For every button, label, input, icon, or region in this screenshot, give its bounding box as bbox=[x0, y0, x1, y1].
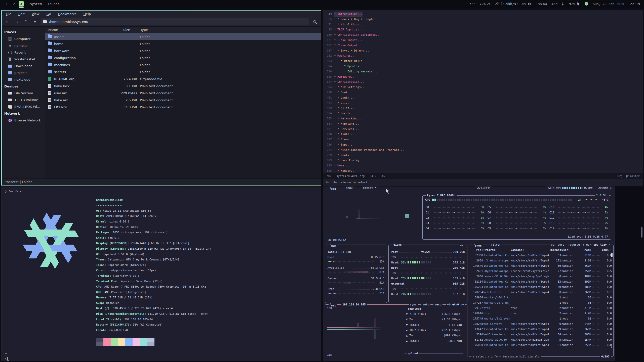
workspace-button[interactable]: 3 bbox=[19, 1, 24, 7]
menu-button[interactable]: menu bbox=[345, 186, 354, 190]
scroll-down-arrow[interactable]: ↓ bbox=[611, 345, 612, 348]
idle-inhibitor[interactable]: zᶻᶻ bbox=[469, 2, 475, 6]
file-row[interactable]: README.org 76,4 KiB Org-mode file bbox=[45, 75, 321, 82]
column-header-name[interactable]: Name bbox=[45, 27, 120, 33]
process-row[interactable]: 176000 Isolated Web Co /nix/store/sm8fmr… bbox=[469, 342, 613, 348]
sidebar-item[interactable]: Recent bbox=[2, 49, 45, 56]
process-row[interactable]: 178248 Web Content /nix/store/sm8fmrf3wp… bbox=[469, 321, 613, 327]
file-row[interactable]: LICENSE 34,3 KiB Plain text document bbox=[45, 104, 321, 111]
path-bar[interactable]: /home/nambiar/system/ bbox=[41, 18, 309, 25]
process-row[interactable]: 175749 kworker/6:2-even 1 root 0B 0.0 bbox=[469, 316, 613, 321]
cpu-indicator[interactable]: 0% bbox=[522, 2, 532, 6]
proc-header[interactable]: Pid: Program: Command: Threads: User: Me… bbox=[469, 247, 613, 253]
file-row[interactable]: secrets Folder bbox=[45, 68, 321, 75]
sidebar-item[interactable]: Computer bbox=[2, 35, 45, 42]
file-row[interactable]: assets Folder bbox=[45, 33, 321, 40]
list-empty-area[interactable] bbox=[45, 111, 321, 178]
menu-item[interactable]: Help bbox=[84, 12, 91, 16]
status-ok[interactable] bbox=[584, 2, 588, 6]
net-sync-toggle[interactable]: sync bbox=[409, 303, 418, 306]
process-row[interactable]: 2660 .emacs-31.0.50- /nix/store/wnqz5pa8… bbox=[469, 274, 613, 279]
process-row[interactable]: 179127 btop btop 2 nambiar 7.3M 0.0 bbox=[469, 305, 613, 311]
process-row[interactable]: 38936 kworker/u64:6-kc 1 root 0B 0.0 bbox=[469, 295, 613, 300]
net-zero-toggle[interactable]: zero bbox=[433, 303, 443, 306]
palette-swatch bbox=[125, 342, 133, 346]
sidebar-item[interactable]: Downloads bbox=[2, 63, 45, 69]
process-row[interactable]: 176223 Isolated Web Co /nix/store/sm8fmr… bbox=[469, 284, 613, 290]
tab-io[interactable]: io bbox=[459, 243, 465, 247]
terminal-window[interactable]: ❯ fastfetch bbox=[1, 187, 321, 361]
sidebar-item[interactable]: Places bbox=[2, 29, 45, 35]
file-row[interactable]: flake.nix 2,5 KiB Plain text document bbox=[45, 97, 321, 104]
process-row[interactable]: 51762 .emacs-31.0.50- /nix/store/wnqz5pa… bbox=[469, 337, 613, 342]
process-row[interactable]: 2601 .Hyprland-wrapp /run/current-system… bbox=[469, 268, 613, 274]
core-graph bbox=[496, 217, 537, 219]
menu-item[interactable]: Go bbox=[47, 12, 51, 16]
menu-item[interactable]: View bbox=[32, 12, 39, 16]
sidebar-item-icon bbox=[8, 98, 12, 102]
update-interval[interactable]: - 2000ms + bbox=[594, 186, 613, 190]
sidebar-item[interactable]: 1,0 TB Volume bbox=[2, 97, 45, 103]
file-row[interactable]: machines Folder bbox=[45, 61, 321, 68]
back-icon[interactable]: ← bbox=[4, 19, 11, 25]
sidebar-item[interactable]: nextcloud bbox=[2, 76, 45, 83]
battery-indicator[interactable]: 97% bbox=[569, 2, 580, 6]
process-row[interactable]: 2658 .firefox-wrappe /nix/store/sm8fmrf3… bbox=[469, 258, 613, 263]
file-row[interactable]: flake.lock 3,1 KiB Plain text document bbox=[45, 82, 321, 89]
process-row[interactable]: 178616 btop btop 2 nambiar 7.4M 0.0 bbox=[469, 311, 613, 316]
up-icon[interactable]: ↑ bbox=[22, 19, 29, 25]
scroll-indicator[interactable] bbox=[641, 227, 642, 238]
forward-icon[interactable]: → bbox=[13, 19, 20, 25]
home-icon[interactable]: ⌂ bbox=[31, 19, 38, 25]
org-buffer[interactable]: 34 * Introduction... 65 * Emacs + Org + … bbox=[323, 10, 643, 173]
process-row[interactable]: 52134 Isolated Web Co /nix/store/sm8fmrf… bbox=[469, 279, 613, 284]
volume-indicator[interactable]: 72% bbox=[479, 2, 491, 6]
file-row[interactable]: configuration Folder bbox=[45, 54, 321, 61]
proc-scrollbar-thumb[interactable] bbox=[611, 253, 613, 257]
file-row[interactable]: home Folder bbox=[45, 40, 321, 47]
column-header-size[interactable]: Size bbox=[120, 27, 137, 33]
sidebar-item[interactable]: Wastebasket bbox=[2, 56, 45, 63]
process-row[interactable]: 177257 kworker/10:1-mm_ 1 root 0B 0.0 bbox=[469, 300, 613, 305]
tab-disks[interactable]: disks bbox=[392, 243, 403, 247]
menu-item[interactable]: Bookmarks bbox=[58, 12, 76, 16]
net-interface-switcher[interactable]: ←b eth0 n→ bbox=[446, 303, 465, 306]
sidebar-item[interactable]: Devices bbox=[2, 83, 45, 90]
process-row[interactable]: 3390 WebExtensions /nix/store/sm8fmrf3wp… bbox=[469, 332, 613, 337]
sidebar-item[interactable]: Network bbox=[2, 110, 45, 117]
proc-sort-selector[interactable]: ← cpu lazy → bbox=[589, 243, 611, 247]
column-header-type[interactable]: Type bbox=[137, 27, 321, 33]
clock[interactable]: Sun, 28 Sep 2025 - 22:19 bbox=[593, 2, 640, 6]
process-row[interactable]: 52368 Isolated Web Co /nix/store/sm8fmrf… bbox=[469, 253, 613, 258]
tab-cpu[interactable]: 1cpu bbox=[329, 186, 337, 191]
proc-filter-button[interactable]: filter bbox=[490, 243, 502, 247]
memory-indicator[interactable]: 13% bbox=[536, 2, 547, 6]
tab-mem[interactable]: 2mem bbox=[329, 243, 337, 248]
preset-button[interactable]: preset * bbox=[362, 186, 378, 190]
file-row[interactable]: user.nix 229 bytes Plain text document bbox=[45, 89, 321, 97]
workspace-button[interactable]: 2 bbox=[11, 1, 17, 7]
org-heading-text: * User Config... bbox=[334, 158, 364, 163]
sidebar-item[interactable]: nambiar bbox=[2, 42, 45, 49]
proc-keybar[interactable]: ↑ select ↓ info ⏎ terminate kill signals bbox=[471, 355, 541, 358]
process-row[interactable]: 176646 Isolated Web Co /nix/store/sm8fmr… bbox=[469, 263, 613, 268]
file-row[interactable]: hardware Folder bbox=[45, 47, 321, 54]
core-row: C64% bbox=[488, 210, 546, 215]
proc-percore-toggle[interactable]: per-core bbox=[550, 243, 566, 247]
org-heading-line: 584 * Hyprland... bbox=[325, 121, 643, 127]
sidebar-item[interactable]: Browse Network bbox=[2, 117, 45, 124]
menu-item[interactable]: File bbox=[6, 12, 11, 16]
tab-proc[interactable]: 4proc bbox=[472, 243, 483, 248]
network-indicator[interactable]: (2.9kb/s) bbox=[495, 2, 518, 6]
menu-item[interactable]: Edit bbox=[18, 12, 25, 16]
sidebar-item[interactable]: File System bbox=[2, 90, 45, 97]
process-row[interactable]: 13642 Isolated Web Co /nix/store/sm8fmrf… bbox=[469, 327, 613, 332]
process-row[interactable]: 178294 Web Content /nix/store/sm8fmrf3wp… bbox=[469, 290, 613, 295]
proc-reverse-toggle[interactable]: reverse bbox=[567, 243, 581, 247]
temperature-indicator[interactable]: 46°C bbox=[551, 2, 565, 6]
workspace-button[interactable]: 1 bbox=[4, 1, 9, 7]
search-button[interactable] bbox=[311, 19, 318, 25]
sidebar-item[interactable]: SMALLBOX Wi... bbox=[2, 103, 45, 110]
net-auto-toggle[interactable]: auto bbox=[421, 303, 431, 306]
sidebar-item[interactable]: projects bbox=[2, 69, 45, 76]
